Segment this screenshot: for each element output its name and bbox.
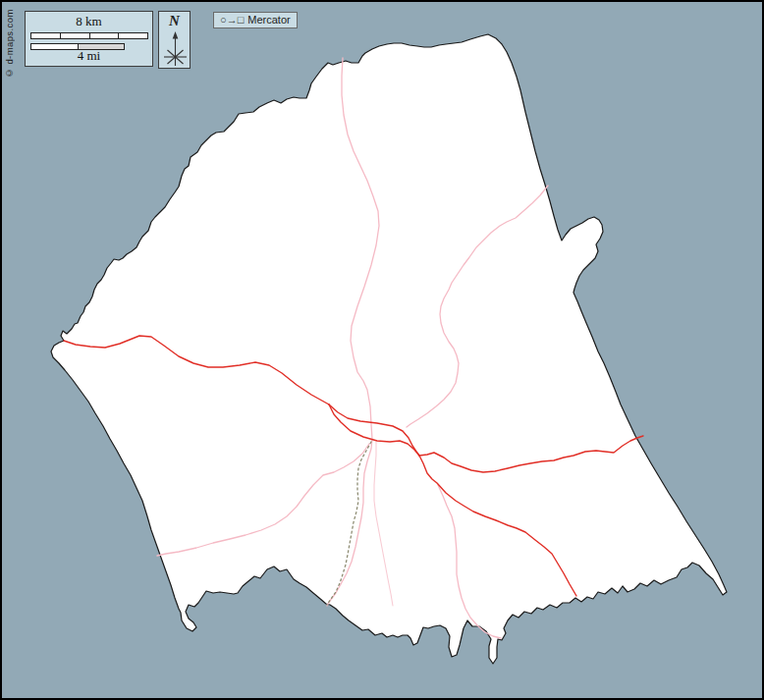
copyright-watermark: © d-maps.com: [4, 10, 15, 79]
scale-bar-panel: 8 km 4 mi: [25, 11, 153, 67]
scale-segment: [31, 33, 61, 38]
projection-transform-icon: ○→□: [220, 15, 244, 26]
scale-segment: [61, 33, 90, 38]
compass-rose-icon: [159, 29, 191, 69]
north-label: N: [159, 13, 190, 29]
north-arrow-panel: N: [158, 11, 191, 69]
scale-km-label: 8 km: [26, 14, 152, 29]
scale-segment: [90, 33, 120, 38]
projection-label: Mercator: [247, 15, 290, 26]
projection-badge: ○→□ Mercator: [213, 12, 298, 28]
land-outline: [51, 34, 727, 664]
scale-segment: [119, 33, 147, 38]
map-image: [2, 2, 762, 698]
map-canvas: © d-maps.com 8 km 4 mi N ○→□ Mercator: [0, 0, 764, 700]
scale-mi-label: 4 mi: [26, 48, 152, 64]
scale-bar-km: [30, 32, 148, 39]
